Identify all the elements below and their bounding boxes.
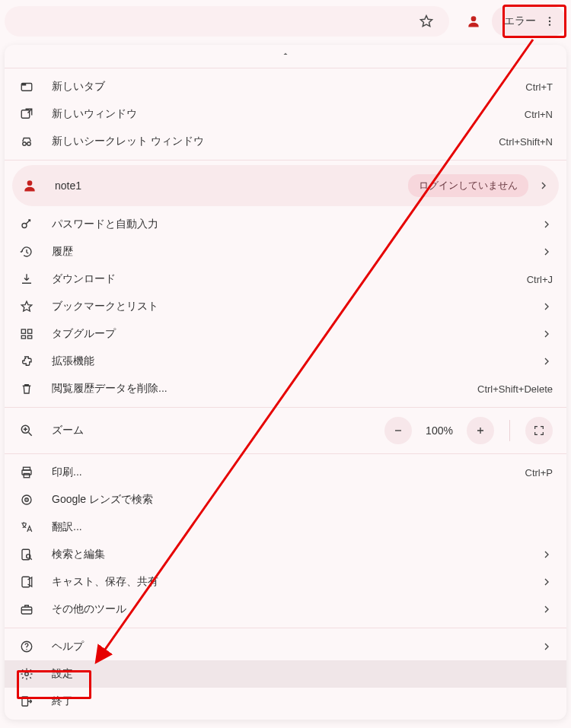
zoom-value: 100% (423, 424, 456, 437)
help-icon (18, 638, 35, 655)
menu-item-exit[interactable]: 終了 (5, 688, 566, 715)
menu-item-shortcut: Ctrl+T (525, 81, 553, 93)
fullscreen-button[interactable] (525, 417, 553, 444)
key-icon (18, 216, 35, 233)
zoom-label: ズーム (52, 424, 384, 437)
menu-item-label: パスワードと自動入力 (52, 218, 530, 231)
menu-separator (5, 407, 566, 408)
kebab-menu-icon (544, 15, 556, 27)
menu-item-label: タブグループ (52, 327, 530, 341)
menu-item-new-window[interactable]: 新しいウィンドウCtrl+N (5, 100, 566, 128)
chevron-right-icon (541, 355, 553, 367)
menu-item-incognito[interactable]: 新しいシークレット ウィンドウCtrl+Shift+N (5, 128, 566, 155)
profile-avatar-button[interactable] (460, 8, 487, 35)
menu-item-label: ダウンロード (52, 272, 527, 286)
exit-icon (18, 693, 35, 710)
menu-separator (5, 453, 566, 454)
menu-item-shortcut: Ctrl+Shift+N (499, 136, 553, 148)
menu-item-label: 履歴 (52, 245, 530, 259)
chevron-right-icon (541, 246, 553, 258)
menu-item-new-tab[interactable]: 新しいタブCtrl+T (5, 73, 566, 100)
menu-error-label: エラー (504, 14, 536, 28)
caret-up-icon (281, 49, 290, 59)
chevron-right-icon (541, 548, 553, 561)
profile-status-badge: ログインしていません (408, 174, 528, 197)
menu-item-shortcut: Ctrl+N (525, 109, 553, 120)
menu-item-gear[interactable]: 設定 (5, 660, 566, 688)
menu-item-label: 印刷... (52, 466, 525, 479)
trash-icon (18, 380, 35, 397)
menu-item-label: 新しいタブ (52, 80, 525, 94)
menu-item-history[interactable]: 履歴 (5, 238, 566, 265)
menu-item-label: 閲覧履歴データを削除... (52, 382, 477, 396)
menu-item-label: 検索と編集 (52, 548, 530, 561)
menu-item-label: ブックマークとリスト (52, 300, 530, 313)
zoom-controls: 100% (384, 417, 553, 444)
star-icon (18, 298, 35, 315)
profile-name: note1 (55, 180, 408, 192)
zoom-in-button[interactable] (467, 417, 494, 444)
menu-item-trash[interactable]: 閲覧履歴データを削除...Ctrl+Shift+Delete (5, 375, 566, 402)
menu-item-label: 新しいシークレット ウィンドウ (52, 135, 499, 148)
menu-item-find[interactable]: 検索と編集 (5, 541, 566, 568)
find-icon (18, 546, 35, 563)
menu-item-label: Google レンズで検索 (52, 493, 553, 507)
tab-groups-icon (18, 326, 35, 342)
chevron-right-icon (538, 180, 550, 192)
menu-collapse-handle[interactable] (5, 45, 566, 63)
menu-item-label: その他のツール (52, 602, 530, 616)
menu-item-shortcut: Ctrl+P (525, 467, 553, 478)
menu-item-help[interactable]: ヘルプ (5, 633, 566, 660)
menu-item-label: 拡張機能 (52, 354, 530, 368)
menu-separator (5, 68, 566, 68)
translate-icon (18, 519, 35, 536)
person-icon (21, 177, 38, 194)
history-icon (18, 243, 35, 260)
zoom-divider (509, 420, 510, 441)
zoom-row: ズーム 100% (5, 412, 566, 449)
new-tab-icon (18, 78, 35, 95)
menu-item-label: 終了 (52, 695, 553, 708)
profile-row[interactable]: note1 ログインしていません (12, 165, 559, 206)
menu-item-shortcut: Ctrl+J (527, 274, 553, 285)
extensions-icon (18, 353, 35, 370)
incognito-icon (18, 133, 35, 150)
menu-item-label: 翻訳... (52, 520, 553, 534)
zoom-icon (18, 422, 35, 439)
menu-separator (5, 160, 566, 161)
plus-icon (474, 424, 486, 437)
menu-item-tab-groups[interactable]: タブグループ (5, 320, 566, 348)
zoom-out-button[interactable] (384, 417, 412, 444)
print-icon (18, 464, 35, 481)
menu-item-label: 設定 (52, 667, 553, 681)
menu-item-key[interactable]: パスワードと自動入力 (5, 211, 566, 238)
menu-item-star[interactable]: ブックマークとリスト (5, 293, 566, 320)
menu-item-label: 新しいウィンドウ (52, 107, 525, 121)
fullscreen-icon (533, 424, 545, 437)
menu-item-label: キャスト、保存、共有 (52, 575, 530, 589)
menu-item-lens[interactable]: Google レンズで検索 (5, 486, 566, 513)
menu-item-cast[interactable]: キャスト、保存、共有 (5, 568, 566, 596)
chevron-right-icon (541, 603, 553, 615)
chevron-right-icon (541, 328, 553, 340)
menu-item-briefcase[interactable]: その他のツール (5, 596, 566, 623)
menu-item-extensions[interactable]: 拡張機能 (5, 348, 566, 375)
menu-item-print[interactable]: 印刷...Ctrl+P (5, 459, 566, 486)
main-menu-popup: 新しいタブCtrl+T新しいウィンドウCtrl+N新しいシークレット ウィンドウ… (5, 45, 566, 720)
menu-item-shortcut: Ctrl+Shift+Delete (477, 383, 553, 395)
address-bar[interactable] (5, 6, 449, 37)
lens-icon (18, 491, 35, 508)
download-icon (18, 271, 35, 288)
chevron-right-icon (541, 218, 553, 230)
menu-separator (5, 628, 566, 628)
menu-item-translate[interactable]: 翻訳... (5, 513, 566, 541)
bookmark-star-button[interactable] (413, 8, 440, 35)
main-menu-button[interactable]: エラー (492, 6, 566, 37)
gear-icon (18, 666, 35, 682)
briefcase-icon (18, 601, 35, 618)
menu-item-download[interactable]: ダウンロードCtrl+J (5, 265, 566, 293)
chevron-right-icon (541, 300, 553, 313)
browser-toolbar: エラー (0, 0, 571, 42)
cast-icon (18, 574, 35, 590)
new-window-icon (18, 106, 35, 122)
